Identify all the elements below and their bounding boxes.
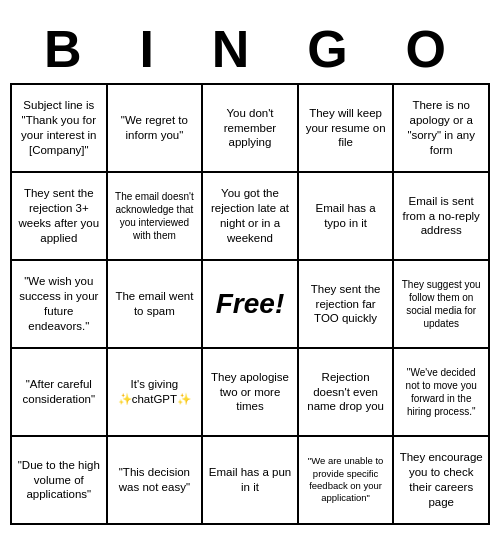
cell-text-23: "We are unable to provide specific feedb… xyxy=(304,455,388,504)
cell-text-14: They suggest you follow them on social m… xyxy=(399,278,483,330)
bingo-cell-0: Subject line is "Thank you for your inte… xyxy=(12,85,108,173)
cell-text-17: They apologise two or more times xyxy=(208,370,292,415)
cell-text-10: "We wish you success in your future ende… xyxy=(17,274,101,334)
bingo-cell-9: Email is sent from a no-reply address xyxy=(394,173,490,261)
bingo-cell-10: "We wish you success in your future ende… xyxy=(12,261,108,349)
cell-text-18: Rejection doesn't even name drop you xyxy=(304,370,388,415)
bingo-cell-12: Free! xyxy=(203,261,299,349)
bingo-cell-18: Rejection doesn't even name drop you xyxy=(299,349,395,437)
cell-text-15: "After careful consideration" xyxy=(17,377,101,407)
cell-text-11: The email went to spam xyxy=(113,289,197,319)
bingo-cell-5: They sent the rejection 3+ weeks after y… xyxy=(12,173,108,261)
title-n: N xyxy=(212,19,260,79)
bingo-cell-14: They suggest you follow them on social m… xyxy=(394,261,490,349)
bingo-cell-2: You don't remember applying xyxy=(203,85,299,173)
cell-text-13: They sent the rejection far TOO quickly xyxy=(304,282,388,327)
cell-text-5: They sent the rejection 3+ weeks after y… xyxy=(17,186,101,246)
cell-text-0: Subject line is "Thank you for your inte… xyxy=(17,98,101,158)
bingo-cell-24: They encourage you to check their career… xyxy=(394,437,490,525)
cell-text-9: Email is sent from a no-reply address xyxy=(399,194,483,239)
bingo-cell-19: "We've decided not to move you forward i… xyxy=(394,349,490,437)
bingo-cell-17: They apologise two or more times xyxy=(203,349,299,437)
title-g: G xyxy=(307,19,357,79)
cell-text-22: Email has a pun in it xyxy=(208,465,292,495)
bingo-cell-21: "This decision was not easy" xyxy=(108,437,204,525)
cell-text-20: "Due to the high volume of applications" xyxy=(17,458,101,503)
cell-text-21: "This decision was not easy" xyxy=(113,465,197,495)
title-b: B xyxy=(44,19,92,79)
cell-text-3: They will keep your resume on file xyxy=(304,106,388,151)
bingo-cell-22: Email has a pun in it xyxy=(203,437,299,525)
title-i: I xyxy=(139,19,163,79)
cell-text-24: They encourage you to check their career… xyxy=(399,450,483,510)
bingo-cell-6: The email doesn't acknowledge that you i… xyxy=(108,173,204,261)
cell-text-7: You got the rejection late at night or i… xyxy=(208,186,292,246)
bingo-cell-1: "We regret to inform you" xyxy=(108,85,204,173)
bingo-grid: Subject line is "Thank you for your inte… xyxy=(10,83,490,525)
title-o: O xyxy=(406,19,456,79)
bingo-cell-3: They will keep your resume on file xyxy=(299,85,395,173)
cell-text-8: Email has a typo in it xyxy=(304,201,388,231)
bingo-cell-4: There is no apology or a "sorry" in any … xyxy=(394,85,490,173)
cell-text-2: You don't remember applying xyxy=(208,106,292,151)
bingo-cell-15: "After careful consideration" xyxy=(12,349,108,437)
bingo-card: B I N G O Subject line is "Thank you for… xyxy=(0,9,500,535)
cell-text-4: There is no apology or a "sorry" in any … xyxy=(399,98,483,158)
bingo-cell-16: It's giving ✨chatGPT✨ xyxy=(108,349,204,437)
bingo-cell-20: "Due to the high volume of applications" xyxy=(12,437,108,525)
bingo-cell-8: Email has a typo in it xyxy=(299,173,395,261)
cell-text-19: "We've decided not to move you forward i… xyxy=(399,366,483,418)
bingo-cell-7: You got the rejection late at night or i… xyxy=(203,173,299,261)
bingo-cell-13: They sent the rejection far TOO quickly xyxy=(299,261,395,349)
cell-text-1: "We regret to inform you" xyxy=(113,113,197,143)
cell-text-16: It's giving ✨chatGPT✨ xyxy=(113,377,197,407)
bingo-title: B I N G O xyxy=(10,19,490,79)
bingo-cell-11: The email went to spam xyxy=(108,261,204,349)
cell-text-6: The email doesn't acknowledge that you i… xyxy=(113,190,197,242)
bingo-cell-23: "We are unable to provide specific feedb… xyxy=(299,437,395,525)
